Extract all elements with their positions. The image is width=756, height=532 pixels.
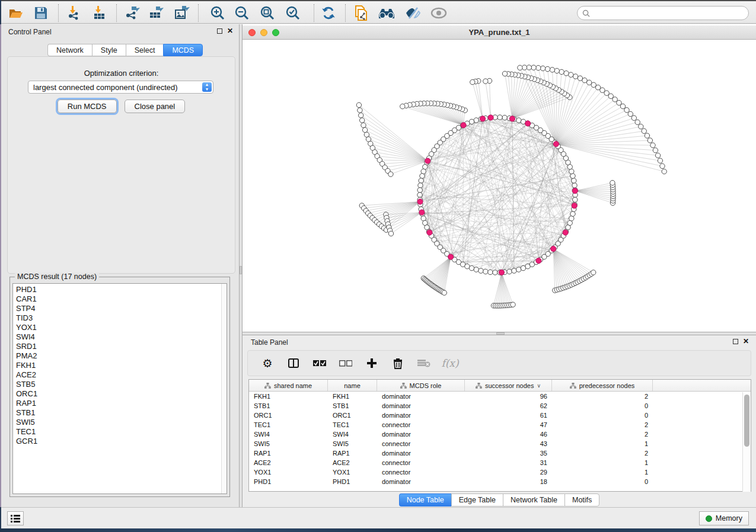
result-node-item[interactable]: CAR1 — [16, 294, 227, 304]
zoom-fit-icon[interactable] — [259, 5, 276, 21]
float-panel-icon[interactable] — [733, 339, 738, 344]
column-header-predecessor-nodes[interactable]: predecessor nodes — [552, 380, 653, 391]
table-row[interactable]: ACE2ACE2connector311 — [249, 458, 751, 467]
table-row[interactable]: SWI5SWI5connector431 — [249, 439, 751, 448]
table-row[interactable]: STB1STB1dominator620 — [249, 401, 751, 411]
table-cell[interactable]: YOX1 — [328, 467, 377, 477]
column-header-MCDS-role[interactable]: MCDS role — [377, 380, 465, 391]
tab-select[interactable]: Select — [126, 44, 164, 56]
column-header-successor-nodes[interactable]: successor nodes∨ — [465, 380, 552, 391]
add-column-icon[interactable] — [364, 355, 379, 371]
criterion-dropdown[interactable]: largest connected component (undirected)… — [28, 81, 213, 94]
table-cell[interactable]: 43 — [465, 439, 552, 448]
show-panels-list-icon[interactable] — [7, 511, 24, 525]
result-node-item[interactable]: PMA2 — [16, 351, 227, 361]
table-cell[interactable]: 0 — [552, 401, 653, 411]
tab-network[interactable]: Network — [47, 44, 92, 56]
table-cell[interactable]: TEC1 — [328, 420, 377, 430]
table-cell[interactable]: 0 — [552, 411, 653, 420]
result-node-item[interactable]: SWI4 — [16, 332, 227, 342]
table-cell[interactable]: SWI4 — [249, 430, 328, 439]
result-list-scrollbar[interactable] — [221, 284, 227, 493]
table-cell[interactable]: dominator — [377, 430, 465, 439]
table-settings-gear-icon[interactable]: ⚙ — [260, 355, 275, 371]
table-cell[interactable]: RAP1 — [328, 448, 377, 458]
tab-mcds[interactable]: MCDS — [163, 44, 203, 56]
table-cell[interactable]: YOX1 — [249, 467, 328, 477]
table-cell[interactable]: dominator — [377, 411, 465, 420]
search-input[interactable] — [592, 9, 748, 17]
splitter-grip[interactable] — [240, 266, 242, 274]
table-row[interactable]: ORC1ORC1dominator610 — [249, 411, 751, 420]
table-cell[interactable]: 18 — [465, 477, 552, 486]
tab-network-table[interactable]: Network Table — [503, 493, 564, 507]
result-node-item[interactable]: ORC1 — [16, 389, 227, 399]
tab-edge-table[interactable]: Edge Table — [451, 493, 503, 507]
run-mcds-button[interactable]: Run MCDS — [58, 100, 117, 113]
table-cell[interactable]: connector — [377, 467, 465, 477]
open-session-icon[interactable] — [7, 5, 25, 21]
table-cell[interactable]: 96 — [465, 392, 552, 401]
refresh-icon[interactable] — [320, 5, 337, 21]
close-panel-icon[interactable]: ✕ — [227, 28, 233, 34]
table-cell[interactable]: 47 — [465, 420, 552, 430]
table-row[interactable]: FKH1FKH1dominator962 — [249, 392, 751, 401]
result-node-item[interactable]: SRD1 — [16, 342, 227, 351]
table-cell[interactable]: 31 — [465, 458, 552, 467]
export-network-icon[interactable] — [124, 5, 142, 21]
zoom-out-icon[interactable] — [233, 5, 251, 21]
table-cell[interactable]: 61 — [465, 411, 552, 420]
zoom-selected-icon[interactable] — [284, 5, 302, 21]
table-cell[interactable]: 1 — [552, 439, 653, 448]
window-minimize-icon[interactable] — [260, 29, 267, 36]
table-row[interactable]: YOX1YOX1connector291 — [249, 467, 751, 477]
horizontal-splitter[interactable] — [243, 332, 756, 335]
result-node-item[interactable]: YOX1 — [16, 323, 227, 332]
table-row[interactable]: TEC1TEC1connector472 — [249, 420, 751, 430]
table-cell[interactable]: SWI5 — [328, 439, 377, 448]
import-table-icon[interactable] — [91, 5, 109, 21]
table-cell[interactable]: 46 — [465, 430, 552, 439]
table-cell[interactable]: STB1 — [249, 401, 328, 411]
column-visibility-icon[interactable] — [286, 355, 301, 371]
network-titlebar[interactable]: YPA_prune.txt_1 — [243, 25, 756, 40]
import-network-icon[interactable] — [65, 5, 83, 21]
function-builder-icon[interactable]: f(x) — [442, 355, 458, 371]
table-cell[interactable]: 2 — [552, 392, 653, 401]
hide-details-icon[interactable] — [404, 5, 422, 21]
table-row[interactable]: SWI4SWI4dominator462 — [249, 430, 751, 439]
result-node-item[interactable]: STP4 — [16, 304, 227, 313]
table-cell[interactable]: 2 — [552, 430, 653, 439]
memory-button[interactable]: Memory — [699, 511, 749, 525]
column-header-name[interactable]: name — [328, 380, 377, 391]
table-cell[interactable]: connector — [377, 420, 465, 430]
table-cell[interactable]: dominator — [377, 477, 465, 486]
result-node-item[interactable]: TEC1 — [16, 427, 227, 437]
close-panel-button[interactable]: Close panel — [125, 100, 186, 113]
close-panel-icon[interactable]: ✕ — [743, 339, 749, 344]
table-cell[interactable]: ORC1 — [328, 411, 377, 420]
tab-style[interactable]: Style — [92, 44, 126, 56]
table-cell[interactable]: STB1 — [328, 401, 377, 411]
table-cell[interactable]: ACE2 — [328, 458, 377, 467]
export-image-icon[interactable] — [173, 5, 191, 21]
delete-table-icon[interactable] — [416, 355, 432, 371]
table-cell[interactable]: PHD1 — [328, 477, 377, 486]
table-cell[interactable]: 29 — [465, 467, 552, 477]
table-cell[interactable]: SWI5 — [249, 439, 328, 448]
result-node-item[interactable]: RAP1 — [16, 399, 227, 408]
result-node-item[interactable]: STB1 — [16, 408, 227, 418]
table-cell[interactable]: dominator — [377, 448, 465, 458]
splitter-grip[interactable] — [496, 332, 505, 335]
search-network-icon[interactable] — [378, 5, 395, 21]
table-cell[interactable]: 0 — [552, 477, 653, 486]
result-node-item[interactable]: FKH1 — [16, 361, 227, 370]
save-session-icon[interactable] — [32, 5, 50, 21]
network-canvas[interactable] — [243, 40, 756, 332]
table-cell[interactable]: ACE2 — [249, 458, 328, 467]
float-panel-icon[interactable] — [217, 28, 222, 34]
result-node-item[interactable]: STB5 — [16, 380, 227, 389]
result-node-item[interactable]: SWI5 — [16, 418, 227, 427]
duplicate-network-icon[interactable] — [352, 5, 370, 21]
select-all-rows-icon[interactable] — [312, 355, 327, 371]
